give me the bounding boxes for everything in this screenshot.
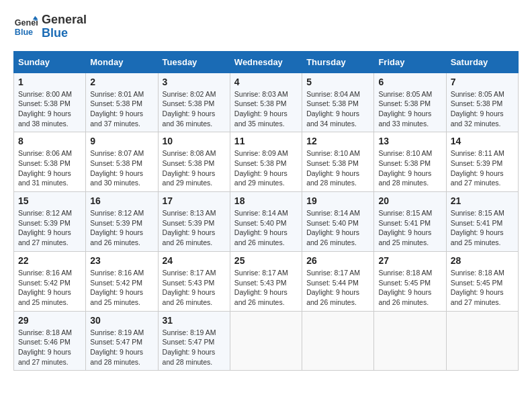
calendar-day-cell: 2 Sunrise: 8:01 AM Sunset: 5:38 PM Dayli… [86,73,158,132]
calendar-day-cell: 1 Sunrise: 8:00 AM Sunset: 5:38 PM Dayli… [14,73,86,132]
day-number: 7 [451,77,514,87]
sunrise-label: Sunrise: 8:18 AM [18,328,72,336]
calendar-day-cell: 18 Sunrise: 8:14 AM Sunset: 5:40 PM Dayl… [230,192,302,252]
day-info: Sunrise: 8:18 AM Sunset: 5:46 PM Dayligh… [18,328,81,367]
daylight-label: Daylight: 9 hours and 29 minutes. [234,169,287,187]
sunrise-label: Sunrise: 8:17 AM [163,269,216,277]
sunset-label: Sunset: 5:46 PM [18,338,71,346]
day-info: Sunrise: 8:19 AM Sunset: 5:47 PM Dayligh… [90,328,153,367]
day-number: 20 [378,195,441,206]
daylight-label: Daylight: 9 hours and 27 minutes. [451,169,504,187]
sunset-label: Sunset: 5:43 PM [234,279,287,287]
calendar-day-cell: 31 Sunrise: 8:19 AM Sunset: 5:47 PM Dayl… [158,311,230,371]
sunset-label: Sunset: 5:41 PM [378,219,431,227]
weekday-header: Sunday [14,51,86,73]
day-number: 23 [90,255,153,266]
day-number: 1 [18,77,81,87]
day-info: Sunrise: 8:18 AM Sunset: 5:45 PM Dayligh… [378,268,441,308]
daylight-label: Daylight: 9 hours and 28 minutes. [90,348,143,366]
calendar-week-row: 22 Sunrise: 8:16 AM Sunset: 5:42 PM Dayl… [14,251,519,311]
calendar-day-cell: 17 Sunrise: 8:13 AM Sunset: 5:39 PM Dayl… [158,192,230,252]
calendar-day-cell: 11 Sunrise: 8:09 AM Sunset: 5:38 PM Dayl… [230,132,302,192]
sunrise-label: Sunrise: 8:10 AM [378,149,432,157]
sunset-label: Sunset: 5:39 PM [90,219,142,227]
calendar-day-cell: 29 Sunrise: 8:18 AM Sunset: 5:46 PM Dayl… [14,311,86,371]
day-info: Sunrise: 8:16 AM Sunset: 5:42 PM Dayligh… [90,268,153,308]
calendar-day-cell: 6 Sunrise: 8:05 AM Sunset: 5:38 PM Dayli… [374,73,446,132]
calendar-day-cell [302,311,374,371]
sunrise-label: Sunrise: 8:15 AM [378,209,432,217]
day-info: Sunrise: 8:10 AM Sunset: 5:38 PM Dayligh… [378,148,441,188]
sunset-label: Sunset: 5:38 PM [18,159,71,167]
weekday-header: Monday [86,51,158,73]
calendar-day-cell: 9 Sunrise: 8:07 AM Sunset: 5:38 PM Dayli… [86,132,158,192]
day-info: Sunrise: 8:07 AM Sunset: 5:38 PM Dayligh… [90,148,153,188]
calendar-day-cell: 20 Sunrise: 8:15 AM Sunset: 5:41 PM Dayl… [374,192,446,252]
calendar-day-cell: 14 Sunrise: 8:11 AM Sunset: 5:39 PM Dayl… [446,132,518,192]
day-info: Sunrise: 8:15 AM Sunset: 5:41 PM Dayligh… [451,208,514,248]
day-number: 5 [306,77,369,87]
daylight-label: Daylight: 9 hours and 28 minutes. [163,348,216,366]
sunrise-label: Sunrise: 8:12 AM [18,209,72,217]
daylight-label: Daylight: 9 hours and 30 minutes. [90,169,143,187]
calendar-day-cell: 15 Sunrise: 8:12 AM Sunset: 5:39 PM Dayl… [14,192,86,252]
daylight-label: Daylight: 9 hours and 26 minutes. [163,228,216,246]
day-number: 4 [234,77,298,87]
daylight-label: Daylight: 9 hours and 26 minutes. [163,288,216,306]
calendar-day-cell [446,311,518,371]
day-number: 26 [306,255,369,266]
daylight-label: Daylight: 9 hours and 26 minutes. [378,288,431,306]
day-info: Sunrise: 8:14 AM Sunset: 5:40 PM Dayligh… [306,208,369,248]
calendar-header-row: SundayMondayTuesdayWednesdayThursdayFrid… [14,51,519,73]
daylight-label: Daylight: 9 hours and 25 minutes. [90,288,143,306]
sunrise-label: Sunrise: 8:05 AM [378,90,432,98]
day-number: 27 [378,255,441,266]
sunrise-label: Sunrise: 8:13 AM [163,209,216,217]
day-number: 16 [90,195,153,206]
day-info: Sunrise: 8:13 AM Sunset: 5:39 PM Dayligh… [163,208,226,248]
sunrise-label: Sunrise: 8:03 AM [234,90,288,98]
daylight-label: Daylight: 9 hours and 37 minutes. [90,109,143,128]
sunrise-label: Sunrise: 8:12 AM [90,209,144,217]
calendar-day-cell: 12 Sunrise: 8:10 AM Sunset: 5:38 PM Dayl… [302,132,374,192]
sunrise-label: Sunrise: 8:11 AM [451,149,504,157]
day-number: 3 [163,77,226,87]
day-info: Sunrise: 8:17 AM Sunset: 5:44 PM Dayligh… [306,268,369,308]
day-info: Sunrise: 8:18 AM Sunset: 5:45 PM Dayligh… [451,268,514,308]
calendar-day-cell: 4 Sunrise: 8:03 AM Sunset: 5:38 PM Dayli… [230,73,302,132]
weekday-header: Thursday [302,51,374,73]
logo-text-line1: General [42,13,87,27]
day-info: Sunrise: 8:08 AM Sunset: 5:38 PM Dayligh… [163,148,226,188]
daylight-label: Daylight: 9 hours and 31 minutes. [18,169,71,187]
weekday-header: Friday [374,51,446,73]
sunrise-label: Sunrise: 8:02 AM [163,90,216,98]
calendar-week-row: 15 Sunrise: 8:12 AM Sunset: 5:39 PM Dayl… [14,192,519,252]
day-number: 25 [234,255,298,266]
sunrise-label: Sunrise: 8:19 AM [163,328,216,336]
calendar-day-cell: 22 Sunrise: 8:16 AM Sunset: 5:42 PM Dayl… [14,251,86,311]
svg-text:General: General [15,18,38,28]
sunrise-label: Sunrise: 8:04 AM [306,90,360,98]
day-info: Sunrise: 8:02 AM Sunset: 5:38 PM Dayligh… [163,89,226,129]
calendar-day-cell: 5 Sunrise: 8:04 AM Sunset: 5:38 PM Dayli… [302,73,374,132]
sunset-label: Sunset: 5:45 PM [451,279,503,287]
calendar-day-cell: 28 Sunrise: 8:18 AM Sunset: 5:45 PM Dayl… [446,251,518,311]
calendar-day-cell: 19 Sunrise: 8:14 AM Sunset: 5:40 PM Dayl… [302,192,374,252]
sunrise-label: Sunrise: 8:08 AM [163,149,216,157]
day-number: 18 [234,195,298,206]
day-info: Sunrise: 8:12 AM Sunset: 5:39 PM Dayligh… [18,208,81,248]
sunset-label: Sunset: 5:45 PM [378,279,431,287]
sunset-label: Sunset: 5:43 PM [163,279,215,287]
day-info: Sunrise: 8:11 AM Sunset: 5:39 PM Dayligh… [451,148,514,188]
daylight-label: Daylight: 9 hours and 28 minutes. [306,169,359,187]
sunset-label: Sunset: 5:42 PM [90,279,142,287]
day-number: 22 [18,255,81,266]
sunset-label: Sunset: 5:38 PM [163,99,215,107]
day-info: Sunrise: 8:16 AM Sunset: 5:42 PM Dayligh… [18,268,81,308]
sunrise-label: Sunrise: 8:00 AM [18,90,72,98]
sunset-label: Sunset: 5:38 PM [378,99,431,107]
calendar-day-cell: 8 Sunrise: 8:06 AM Sunset: 5:38 PM Dayli… [14,132,86,192]
daylight-label: Daylight: 9 hours and 26 minutes. [234,228,287,246]
sunrise-label: Sunrise: 8:14 AM [306,209,360,217]
day-info: Sunrise: 8:19 AM Sunset: 5:47 PM Dayligh… [163,328,226,367]
